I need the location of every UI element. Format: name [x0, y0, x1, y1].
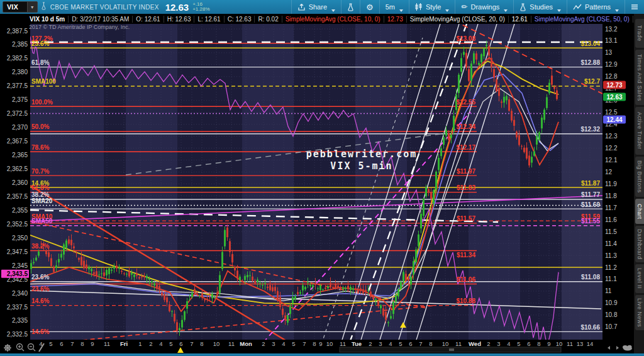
drawings-button[interactable]: ✏ Drawings — [455, 0, 513, 14]
svg-text:9: 9 — [547, 340, 550, 347]
svg-text:2,365: 2,365 — [12, 152, 28, 159]
svg-text:$11.83: $11.83 — [457, 184, 475, 191]
svg-text:61.8%: 61.8% — [31, 184, 49, 191]
svg-text:$11.57: $11.57 — [457, 215, 475, 222]
svg-text:11: 11 — [455, 340, 462, 347]
window-bottom-edge — [0, 353, 644, 356]
svg-text:2: 2 — [487, 340, 490, 347]
svg-text:3: 3 — [497, 340, 500, 347]
svg-text:7: 7 — [70, 340, 74, 347]
sidebar-tab-level-ii[interactable]: Level II — [635, 264, 644, 293]
svg-text:2,337.5: 2,337.5 — [7, 304, 28, 311]
svg-text:14.6%: 14.6% — [31, 328, 49, 335]
svg-text:12.8: 12.8 — [605, 73, 618, 80]
svg-text:3: 3 — [272, 340, 275, 347]
sidebar-tab-active-trader[interactable]: Active Trader — [635, 107, 644, 155]
svg-text:2,350: 2,350 — [12, 235, 28, 242]
svg-text:12.44: 12.44 — [606, 116, 622, 123]
price-change: +.16+1.28% — [192, 2, 209, 12]
svg-text:2: 2 — [149, 340, 152, 347]
onDemand-flask-button[interactable] — [341, 0, 360, 14]
menu-button[interactable] — [625, 0, 644, 14]
range-field: R: 0.02 — [255, 16, 282, 23]
svg-text:$11.06: $11.06 — [457, 276, 475, 283]
timeframe-button[interactable]: 5m — [379, 0, 409, 14]
svg-text:11: 11 — [228, 340, 235, 347]
svg-text:12.63: 12.63 — [606, 94, 622, 101]
settings-button[interactable]: ⚙ — [360, 0, 379, 14]
svg-text:14.6%: 14.6% — [31, 298, 49, 304]
svg-text:$12.32: $12.32 — [580, 126, 600, 133]
svg-text:10.9: 10.9 — [605, 299, 618, 306]
svg-text:3: 3 — [379, 340, 382, 347]
svg-text:5: 5 — [169, 340, 172, 347]
close-field: C: 12.63 — [225, 16, 255, 23]
sidebar-tab-dashboard[interactable]: Dashboard — [635, 226, 644, 262]
svg-text:2,355: 2,355 — [12, 207, 28, 214]
svg-text:2017 © TD Ameritrade IP Compan: 2017 © TD Ameritrade IP Company, Inc. — [29, 24, 130, 30]
svg-text:11: 11 — [567, 340, 573, 347]
svg-text:4: 4 — [282, 340, 285, 347]
symbol-input[interactable]: VIX ▼ — [3, 1, 38, 13]
svg-text:Mon: Mon — [240, 340, 252, 347]
svg-text:4: 4 — [507, 340, 510, 347]
chevron-down-icon — [331, 9, 335, 12]
svg-text:2,347.5: 2,347.5 — [7, 248, 28, 255]
svg-text:5: 5 — [399, 340, 402, 347]
chart-title: VIX 10 d 5m — [26, 16, 69, 23]
svg-text:13.2: 13.2 — [605, 26, 618, 33]
svg-text:$11.55: $11.55 — [581, 218, 600, 225]
svg-text:$12.17: $12.17 — [456, 144, 475, 151]
sidebar-tab-times-and-sales[interactable]: Times And Sales — [635, 50, 644, 105]
svg-text:$11.77: $11.77 — [581, 191, 600, 198]
svg-text:2,370: 2,370 — [12, 124, 28, 131]
svg-text:12.9: 12.9 — [605, 61, 618, 68]
share-button[interactable]: Share — [291, 0, 341, 14]
sidebar-tab-chart[interactable]: Chart — [635, 199, 644, 224]
svg-text:$11.08: $11.08 — [581, 274, 600, 281]
patterns-button[interactable]: Patterns — [567, 0, 625, 14]
chevron-down-icon — [557, 9, 561, 12]
svg-text:2: 2 — [262, 340, 265, 347]
study-value: 12.73 — [384, 16, 407, 23]
svg-text:12: 12 — [605, 169, 613, 175]
svg-text:10: 10 — [556, 340, 563, 347]
svg-text:38.2%: 38.2% — [31, 243, 49, 250]
thinkorswim-window: 127.2%$13.0823.6%$13.0461.8%$12.88SMA100… — [0, 0, 644, 356]
sidebar-tab-big-buttons[interactable]: Big Buttons — [635, 157, 644, 197]
chevron-down-icon — [399, 9, 403, 12]
svg-text:14: 14 — [587, 340, 594, 347]
svg-text:61.8%: 61.8% — [31, 59, 49, 66]
instrument-name: CBOE MARKET VOLATILITY INDEX — [50, 4, 159, 11]
svg-text:12.5: 12.5 — [605, 109, 618, 116]
svg-text:Wed: Wed — [469, 340, 481, 347]
symbol-link-icon[interactable] — [41, 1, 47, 13]
svg-text:8: 8 — [80, 340, 84, 347]
low-field: L: 12.61 — [194, 16, 224, 23]
svg-text:2,345: 2,345 — [12, 262, 28, 269]
svg-text:2,380: 2,380 — [12, 69, 28, 75]
svg-text:11.5: 11.5 — [605, 228, 617, 235]
patterns-zigzag-icon — [573, 4, 582, 11]
symbol-dropdown-icon[interactable]: ▼ — [27, 2, 37, 12]
sidebar-tab-trade[interactable]: Trade — [635, 19, 644, 48]
flask-icon — [347, 3, 354, 11]
study-label: SimpleMovingAvg (CLOSE, 10, 0) — [282, 16, 384, 23]
open-field: O: 12.61 — [133, 16, 164, 23]
svg-text:8: 8 — [200, 340, 203, 347]
studies-button[interactable]: Studies — [513, 0, 567, 14]
sidebar-tab-live-news[interactable]: Live News — [635, 295, 644, 330]
style-button[interactable]: Style — [409, 0, 455, 14]
study-label: SimpleMovingAvg (CLOSE, 20, 0) — [407, 16, 509, 23]
svg-text:2,340: 2,340 — [12, 290, 28, 297]
chart-plot[interactable]: 127.2%$13.0823.6%$13.0461.8%$12.88SMA100… — [0, 0, 644, 356]
svg-text:$11.69: $11.69 — [581, 201, 600, 208]
svg-text:1: 1 — [138, 340, 142, 347]
svg-text:13.1: 13.1 — [605, 37, 618, 44]
svg-text:2,372.5: 2,372.5 — [7, 110, 28, 117]
svg-text:11: 11 — [605, 287, 612, 294]
svg-text:pebblewriter.com: pebblewriter.com — [306, 148, 418, 160]
study-label: SimpleMovingAvg (CLOSE, 50, 0) — [531, 16, 633, 23]
svg-text:9: 9 — [319, 340, 322, 347]
svg-text:100.0%: 100.0% — [31, 99, 53, 106]
